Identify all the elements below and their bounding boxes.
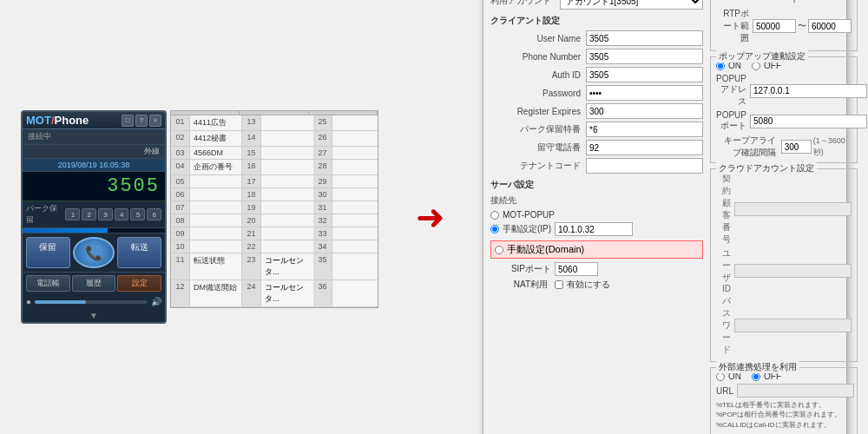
sd-name-14[interactable]	[261, 131, 313, 146]
sd-name-32[interactable]	[332, 214, 378, 227]
radio-manual-ip[interactable]	[490, 225, 499, 233]
minimize-button[interactable]: □	[122, 115, 134, 127]
sd-name-02[interactable]: 4412秘書	[190, 131, 242, 146]
popup-section-title: ポップアップ連動設定	[716, 50, 808, 62]
radio-mot-popup[interactable]	[490, 211, 499, 220]
help-button[interactable]: ?	[135, 115, 148, 127]
register-expires-label: Register Expires	[490, 107, 586, 116]
phone-number-label: Phone Number	[490, 52, 586, 62]
settings-button[interactable]: 設定	[117, 275, 161, 292]
sd-name-13[interactable]	[261, 115, 313, 130]
sd-name-17[interactable]	[261, 175, 313, 187]
user-name-input[interactable]	[586, 30, 703, 46]
sd-num-08: 08	[171, 214, 190, 227]
hold-button[interactable]: 保留	[26, 237, 70, 268]
sip-port-right-label: クライアントSIPポート	[716, 0, 803, 5]
sd-row-1: 01 4411広告 13 25	[171, 115, 378, 131]
sd-name-34[interactable]	[332, 240, 378, 253]
sd-name-03[interactable]: 4566DM	[190, 147, 242, 159]
sd-num-03: 03	[171, 147, 190, 159]
park-btn-1[interactable]: 1	[65, 208, 80, 220]
sd-name-04[interactable]: 企画の番号	[190, 160, 242, 174]
register-expires-input[interactable]	[586, 103, 703, 119]
rtp-from-input[interactable]	[753, 19, 796, 33]
nat-checkbox[interactable]	[555, 280, 563, 289]
park-btn-3[interactable]: 3	[98, 208, 113, 220]
sd-name-36[interactable]	[332, 280, 378, 306]
sd-name-20[interactable]	[261, 214, 313, 227]
transfer-button[interactable]: 転送	[117, 237, 161, 268]
sd-name-29[interactable]	[332, 175, 378, 187]
close-button[interactable]: ×	[149, 115, 161, 127]
sd-num-16: 16	[242, 160, 261, 174]
popup-addr-input[interactable]	[750, 84, 867, 98]
rtp-to-input[interactable]	[808, 19, 852, 33]
sd-name-33[interactable]	[332, 227, 378, 240]
keepalive-input[interactable]	[781, 140, 812, 154]
phone-number-input[interactable]	[586, 49, 703, 64]
sd-num-19: 19	[242, 201, 261, 214]
sd-name-21[interactable]	[261, 227, 313, 240]
phonebook-button[interactable]: 電話帳	[26, 275, 70, 292]
sd-num-13: 13	[242, 115, 261, 130]
park-btn-4[interactable]: 4	[115, 208, 129, 220]
sd-name-23[interactable]: コールセンタ...	[261, 253, 313, 279]
cloud-password-input[interactable]	[734, 319, 852, 332]
arrow-container: ➜	[404, 197, 457, 237]
sd-name-22[interactable]	[261, 240, 313, 253]
park-label: パーク保留	[26, 203, 62, 226]
sd-name-11[interactable]: 転送状態	[190, 253, 242, 279]
sd-name-19[interactable]	[261, 201, 313, 214]
url-input[interactable]	[737, 384, 854, 398]
sd-name-31[interactable]	[332, 201, 378, 214]
sd-name-24[interactable]: コールセンタ...	[261, 280, 313, 306]
sd-num-06: 06	[171, 188, 190, 201]
sip-port-input[interactable]	[555, 262, 598, 276]
popup-port-input[interactable]	[750, 115, 867, 128]
sd-name-07[interactable]	[190, 201, 242, 214]
history-button[interactable]: 履歴	[72, 275, 116, 292]
sd-name-30[interactable]	[332, 188, 378, 201]
sd-name-28[interactable]	[332, 160, 378, 174]
sd-name-12[interactable]: DM備送開始	[190, 280, 242, 306]
sd-name-16[interactable]	[261, 160, 313, 174]
popup-on-radio[interactable]	[716, 62, 725, 70]
tenant-row: テナントコード	[490, 158, 703, 174]
radio-manual-domain[interactable]	[495, 246, 503, 254]
sd-name-05[interactable]	[190, 175, 242, 187]
sd-name-35[interactable]	[332, 253, 378, 279]
popup-off-radio[interactable]	[752, 62, 760, 70]
ext-on-radio[interactable]	[716, 372, 725, 381]
sd-name-26[interactable]	[332, 131, 378, 146]
ip-address-input[interactable]	[555, 222, 633, 236]
cloud-userid-input[interactable]	[734, 264, 852, 278]
sd-name-25[interactable]	[332, 115, 378, 130]
tenant-input[interactable]	[586, 158, 703, 174]
settings-dialog: M MOT/Phone Settings − □ × アプリケーション設定 外線…	[483, 0, 847, 434]
sd-row-12: 12 DM備送開始 24 コールセンタ... 36	[171, 280, 378, 307]
park-special-input[interactable]	[586, 122, 703, 137]
sd-name-08[interactable]	[190, 214, 242, 227]
sd-name-18[interactable]	[261, 188, 313, 201]
password-input[interactable]	[586, 85, 703, 101]
cloud-account-input[interactable]	[734, 202, 852, 216]
park-btn-2[interactable]: 2	[82, 208, 96, 220]
park-btn-6[interactable]: 6	[147, 208, 161, 220]
voicemail-input[interactable]	[586, 140, 703, 155]
sd-name-10[interactable]	[190, 240, 242, 253]
connection-label: 接続先	[490, 194, 703, 207]
expand-arrow[interactable]: ▼	[23, 309, 165, 322]
sd-name-06[interactable]	[190, 188, 242, 201]
sd-name-27[interactable]	[332, 147, 378, 159]
account-select[interactable]: アカウント1[3505]	[560, 0, 703, 10]
sd-name-15[interactable]	[261, 147, 313, 159]
cloud-userid-label: ユーザID	[716, 247, 734, 293]
ext-off-radio[interactable]	[752, 372, 760, 381]
sd-name-01[interactable]: 4411広告	[190, 115, 242, 130]
sd-name-09[interactable]	[190, 227, 242, 240]
park-btn-5[interactable]: 5	[130, 208, 145, 220]
dialog-left-column: アカウント設定 利用アカウント アカウント1[3505] クライアント設定 Us…	[490, 0, 703, 434]
auth-id-input[interactable]	[586, 67, 703, 82]
volume-slider[interactable]	[35, 300, 148, 304]
call-button[interactable]: 📞	[73, 237, 115, 268]
